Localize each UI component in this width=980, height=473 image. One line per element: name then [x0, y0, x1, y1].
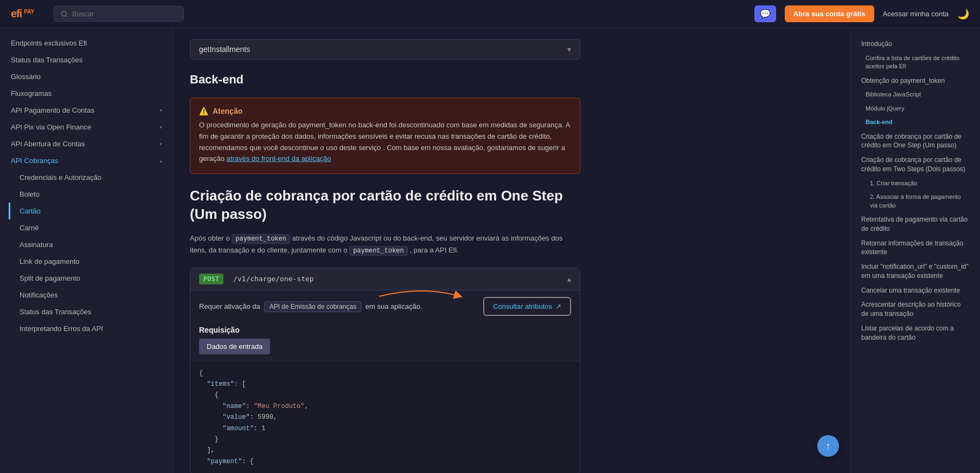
warning-box: ⚠️ Atenção O procedimento de geração do … — [190, 98, 580, 174]
discord-button[interactable]: 💬 — [754, 5, 776, 22]
warning-link[interactable]: através do front-end da aplicação — [227, 154, 331, 163]
toc-notification-url[interactable]: Incluir "notification_url" e "custom_id"… — [857, 260, 973, 283]
right-sidebar-toc: Introdução Confira a lista de cartões de… — [850, 28, 980, 473]
toc-one-step[interactable]: Criação de cobrança por cartão de crédit… — [857, 129, 973, 153]
chevron-up-icon: ▴ — [159, 158, 162, 164]
method-dropdown[interactable]: getInstallments ▾ — [190, 39, 580, 60]
sidebar-item-split-pagamento[interactable]: Split de pagamento — [9, 270, 173, 287]
warning-icon: ⚠️ — [199, 107, 208, 115]
toc-retentativa[interactable]: Retentativa de pagamento via cartão de c… — [857, 212, 973, 236]
search-input[interactable] — [72, 10, 177, 18]
scroll-top-button[interactable]: ↑ — [817, 435, 839, 457]
sidebar-item-api-cobracas[interactable]: API Cobranças ▴ — [0, 152, 173, 169]
toc-biblioteca-javascript[interactable]: Biblioteca JavaScript — [857, 88, 973, 101]
chevron-down-icon: ▾ — [159, 107, 162, 113]
toc-obtencao-payment-token[interactable]: Obtenção do payment_token — [857, 74, 973, 88]
toc-lista-cartoes[interactable]: Confira a lista de cartões de crédito ac… — [857, 51, 973, 74]
sidebar-item-credenciais[interactable]: Credenciais e Autorização — [9, 169, 173, 186]
sidebar-item-link-pagamento[interactable]: Link de pagamento — [9, 253, 173, 270]
chevron-down-icon: ▾ — [567, 45, 571, 54]
logo-pay-text: pay — [24, 9, 34, 15]
sidebar-item-assinatura[interactable]: Assinatura — [9, 236, 173, 253]
code-header: POST /v1/charge/one-step ▴ — [190, 268, 580, 290]
warning-title: ⚠️ Atenção — [199, 107, 571, 115]
header: efi pay 💬 Abra sua conta grátis Acessar … — [0, 0, 980, 28]
sidebar-item-notificacoes[interactable]: Notificações — [9, 287, 173, 303]
cta-button[interactable]: Abra sua conta grátis — [785, 5, 874, 22]
sidebar-item-endpoints[interactable]: Endpoints exclusivos Efi — [0, 35, 173, 51]
chevron-down-icon: ▾ — [159, 141, 162, 147]
requires-text: Requer ativação da API de Emissão de cob… — [199, 302, 422, 310]
main-content: getInstallments ▾ Back-end ⚠️ Atenção O … — [174, 28, 850, 473]
json-line-4: "name": "Meu Produto", — [199, 401, 571, 412]
toc-listar-parcelas[interactable]: Listar parcelas de acordo com a bandeira… — [857, 321, 973, 345]
login-link[interactable]: Acessar minha conta — [883, 10, 949, 18]
warning-text: O procedimento de geração do payment_tok… — [199, 120, 571, 165]
json-line-6: "amount": 1 — [199, 423, 571, 434]
sidebar-item-pagamento-contas[interactable]: API Pagamento de Contas ▾ — [0, 102, 173, 119]
json-line-1: { — [199, 368, 571, 379]
theme-toggle-button[interactable]: 🌙 — [957, 8, 969, 20]
sidebar-item-status-transacoes-sub[interactable]: Status das Transações — [9, 303, 173, 320]
http-method-badge: POST — [199, 274, 223, 284]
toc-modulo-jquery[interactable]: Módulo jQuery — [857, 102, 973, 115]
json-line-5: "value": 5990, — [199, 412, 571, 423]
section-title: Back-end — [190, 73, 580, 87]
toc-cancelar-transacao[interactable]: Cancelar uma transação existente — [857, 283, 973, 298]
consult-attributes-button[interactable]: Consultar atributos ↗ — [483, 297, 571, 316]
dropdown-label: getInstallments — [199, 45, 250, 54]
sidebar-submenu: Credenciais e Autorização Boleto Cartão … — [0, 169, 173, 337]
search-bar[interactable] — [54, 6, 184, 22]
article-description: Após obter o payment_token através do có… — [190, 232, 580, 257]
sidebar-item-carne[interactable]: Carnê — [9, 219, 173, 236]
sidebar-item-erros-api[interactable]: Interpretando Erros da API — [9, 320, 173, 337]
left-sidebar: Endpoints exclusivos Efi Status das Tran… — [0, 28, 174, 473]
sidebar-item-cartao[interactable]: Cartão — [9, 203, 173, 219]
sidebar-item-pix-open-finance[interactable]: API Pix via Open Finance ▾ — [0, 119, 173, 135]
toc-retornar-infos[interactable]: Retornar informações de transação existe… — [857, 236, 973, 260]
search-icon — [61, 10, 68, 18]
sidebar-item-status-transacoes[interactable]: Status das Transações — [0, 51, 173, 68]
expand-icon: ▴ — [567, 275, 571, 283]
json-line-2: "items": [ — [199, 379, 571, 390]
sidebar-item-fluxogramas[interactable]: Fluxogramas — [0, 85, 173, 102]
payment-token-code-1: payment_token — [232, 234, 290, 244]
external-link-icon: ↗ — [555, 302, 561, 310]
toc-introducao[interactable]: Introdução — [857, 37, 973, 51]
json-code-block: { "items": [ { "name": "Meu Produto", "v… — [190, 361, 580, 473]
svg-line-1 — [66, 15, 67, 16]
json-line-9: "payment": { — [199, 456, 571, 467]
tab-bar: Dados de entrada — [190, 339, 580, 361]
toc-criar-transacao[interactable]: 1. Criar transação — [857, 177, 973, 190]
logo: efi pay — [11, 8, 34, 20]
dados-entrada-tab[interactable]: Dados de entrada — [199, 339, 270, 354]
sidebar-item-boleto[interactable]: Boleto — [9, 186, 173, 203]
svg-point-0 — [62, 11, 66, 16]
logo-efi-text: efi — [11, 8, 22, 20]
sidebar-item-glossario[interactable]: Glossário — [0, 68, 173, 85]
toc-two-steps[interactable]: Criação de cobrança por cartão de crédit… — [857, 153, 973, 177]
chevron-down-icon: ▾ — [159, 124, 162, 130]
json-line-3: { — [199, 390, 571, 400]
json-line-8: ], — [199, 445, 571, 456]
article-title: Criação de cobrança por cartão de crédit… — [190, 187, 580, 224]
main-layout: Endpoints exclusivos Efi Status das Tran… — [0, 28, 980, 473]
toc-backend[interactable]: Back-end — [857, 115, 973, 129]
toc-descricao-historico[interactable]: Acrescentar descrição ao histórico de um… — [857, 297, 973, 321]
endpoint-path: /v1/charge/one-step — [233, 275, 314, 283]
payment-token-code-2: payment_token — [349, 246, 408, 256]
code-container: POST /v1/charge/one-step ▴ Requer ativaç… — [190, 268, 580, 473]
toc-associar-cartao[interactable]: 2. Associar à forma de pagamento via car… — [857, 190, 973, 212]
api-badge: API de Emissão de cobranças — [264, 301, 361, 312]
json-line-7: } — [199, 434, 571, 445]
sidebar-item-abertura-contas[interactable]: API Abertura de Contas ▾ — [0, 135, 173, 152]
requisicao-label: Requisição — [190, 320, 580, 339]
